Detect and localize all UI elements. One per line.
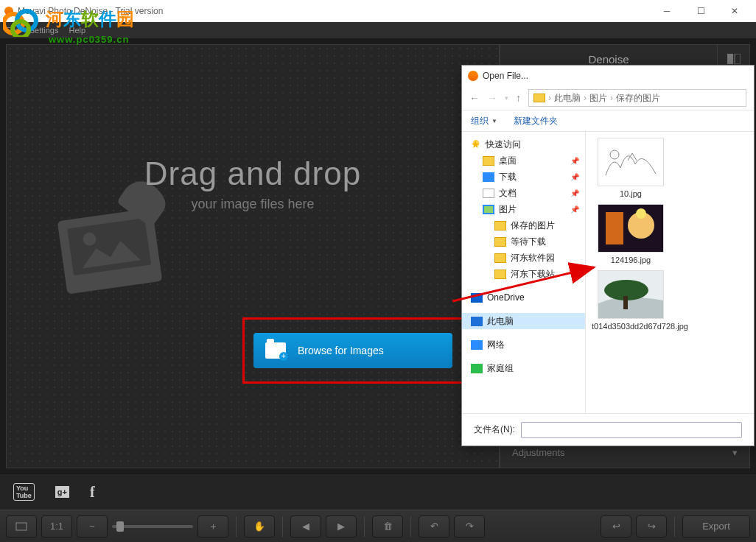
youtube-icon[interactable]: YouTube [13, 483, 35, 501]
menubar: File Settings Help [0, 22, 756, 38]
bottom-toolbar: 1:1 − ＋ ✋ ◀ ▶ 🗑 ↶ ↷ ↩ ↪ Export [0, 510, 756, 542]
tree-item[interactable]: 图片📌 [462, 201, 585, 217]
zoom-slider[interactable] [112, 525, 193, 528]
tree-this-pc[interactable]: 此电脑 [462, 313, 585, 329]
browse-button[interactable]: Browse for Images [253, 333, 452, 368]
hand-tool-button[interactable]: ✋ [244, 515, 275, 538]
app-icon [4, 7, 13, 15]
file-item[interactable]: t014d3503dd2d67d728.jpg [592, 270, 670, 331]
browse-label: Browse for Images [298, 345, 384, 356]
tree-item[interactable]: 河东下载站 [462, 266, 585, 282]
svg-rect-6 [598, 138, 663, 186]
undo-button[interactable]: ↩ [601, 515, 631, 538]
svg-rect-14 [623, 296, 628, 309]
file-item[interactable]: 10.jpg [592, 138, 670, 198]
delete-button[interactable]: 🗑 [372, 515, 403, 538]
rotate-right-button[interactable]: ↷ [454, 515, 485, 538]
dialog-titlebar: Open File... [462, 66, 754, 86]
dialog-navbar: ← → ▾ ↑ › 此电脑› 图片› 保存的图片 [462, 86, 754, 110]
next-button[interactable]: ▶ [326, 515, 357, 538]
canvas-area[interactable]: Drag and drop your image files here Brow… [6, 44, 500, 468]
menu-help[interactable]: Help [69, 26, 85, 35]
fit-screen-button[interactable] [6, 515, 37, 538]
tree-item[interactable]: 等待下载 [462, 233, 585, 250]
open-file-dialog: Open File... ← → ▾ ↑ › 此电脑› 图片› 保存的图片 组织… [461, 65, 755, 446]
tree-item[interactable]: 河东软件园 [462, 250, 585, 266]
filename-input[interactable] [521, 422, 742, 438]
dialog-app-icon [468, 71, 478, 81]
maximize-button[interactable]: ☐ [684, 0, 718, 22]
nav-back-button[interactable]: ← [469, 92, 480, 104]
zoom-out-button[interactable]: − [77, 515, 108, 538]
svg-point-11 [636, 208, 646, 219]
minimize-button[interactable]: ─ [650, 0, 684, 22]
dropzone-sub: your image files here [7, 197, 499, 212]
redo-button[interactable]: ↪ [636, 515, 667, 538]
tree-network[interactable]: 网络 [462, 337, 585, 353]
tab-denoise[interactable]: Denoise [500, 53, 717, 66]
menu-file[interactable]: File [6, 26, 19, 35]
dropzone-heading: Drag and drop [7, 155, 499, 192]
highlight-box: Browse for Images [242, 317, 463, 384]
file-list: 10.jpg124196.jpgt014d3503dd2d67d728.jpg [586, 132, 754, 413]
social-bar: YouTube g+ f [0, 474, 756, 510]
dialog-toolbar: 组织▼ 新建文件夹 [462, 110, 754, 132]
menu-settings[interactable]: Settings [29, 26, 59, 35]
window-titlebar: Movavi Photo DeNoise - Trial version ─ ☐… [0, 0, 756, 22]
close-button[interactable]: ✕ [718, 0, 752, 22]
tree-onedrive[interactable]: OneDrive [462, 289, 585, 306]
tree-item[interactable]: 下载📌 [462, 169, 585, 185]
breadcrumb[interactable]: › 此电脑› 图片› 保存的图片 [528, 89, 746, 107]
dialog-title: Open File... [483, 71, 528, 81]
filename-label: 文件名(N): [474, 423, 515, 436]
tree-item[interactable]: 文档📌 [462, 185, 585, 201]
tree-homegroup[interactable]: 家庭组 [462, 360, 585, 376]
folder-icon [533, 94, 545, 102]
nav-up-button[interactable]: ↑ [516, 92, 521, 104]
tree-quick-access[interactable]: 快速访问 [462, 136, 585, 152]
export-button[interactable]: Export [682, 515, 750, 538]
nav-recent-button[interactable]: ▾ [505, 94, 508, 102]
dialog-footer: 文件名(N): [462, 413, 754, 446]
tree-item[interactable]: 桌面📌 [462, 152, 585, 169]
google-plus-icon[interactable]: g+ [55, 486, 69, 498]
organize-menu[interactable]: 组织▼ [471, 115, 497, 127]
dropzone: Drag and drop your image files here [7, 155, 499, 212]
folder-plus-icon [265, 342, 286, 359]
window-title: Movavi Photo DeNoise - Trial version [18, 6, 163, 16]
svg-rect-5 [16, 523, 27, 530]
file-item[interactable]: 124196.jpg [592, 204, 670, 264]
svg-rect-3 [727, 54, 733, 64]
folder-tree: 快速访问 桌面📌下载📌文档📌图片📌 保存的图片等待下载河东软件园河东下载站 On… [462, 132, 586, 413]
prev-button[interactable]: ◀ [290, 515, 321, 538]
facebook-icon[interactable]: f [90, 484, 95, 501]
rotate-left-button[interactable]: ↶ [419, 515, 449, 538]
svg-rect-10 [606, 212, 623, 244]
tree-item[interactable]: 保存的图片 [462, 217, 585, 233]
new-folder-button[interactable]: 新建文件夹 [514, 115, 558, 127]
zoom-actual-button[interactable]: 1:1 [41, 515, 72, 538]
zoom-in-button[interactable]: ＋ [197, 515, 228, 538]
svg-rect-4 [735, 54, 741, 64]
nav-forward-button[interactable]: → [487, 92, 497, 104]
